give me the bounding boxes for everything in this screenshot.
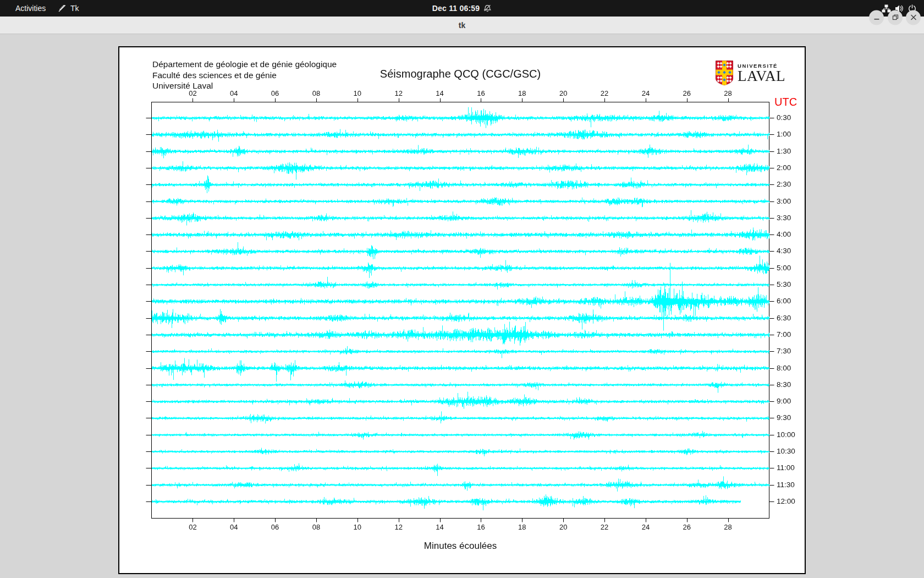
time-tick-label: 10:00 bbox=[777, 430, 795, 439]
universite-laval-logo: UNIVERSITÉ LAVAL bbox=[715, 61, 785, 88]
time-tick-label: 0:30 bbox=[777, 113, 791, 122]
wired-network-icon bbox=[882, 4, 891, 13]
time-tick-label: 10:30 bbox=[777, 447, 795, 455]
x-tick-label-top: 08 bbox=[312, 89, 320, 97]
activities-label: Activities bbox=[15, 4, 46, 13]
time-tick-label: 2:00 bbox=[777, 163, 791, 172]
x-tick-label-top: 14 bbox=[436, 89, 443, 97]
time-tick-label: 4:00 bbox=[777, 230, 791, 238]
tk-feather-icon bbox=[58, 4, 67, 13]
time-tick-label: 11:00 bbox=[777, 464, 795, 472]
x-tick-label-bottom: 22 bbox=[601, 523, 608, 531]
app-indicator-label: Tk bbox=[70, 4, 79, 13]
x-tick-label-bottom: 18 bbox=[518, 523, 526, 531]
app-indicator[interactable]: Tk bbox=[58, 0, 79, 17]
x-tick-label-bottom: 20 bbox=[559, 523, 567, 531]
time-tick-label: 9:30 bbox=[777, 413, 791, 422]
x-tick-label-bottom: 24 bbox=[642, 523, 650, 531]
x-tick-label-bottom: 08 bbox=[312, 523, 320, 531]
time-tick-label: 1:00 bbox=[777, 130, 791, 138]
x-axis-title: Minutes écoulées bbox=[119, 541, 801, 552]
x-tick-label-top: 22 bbox=[601, 89, 608, 97]
x-tick-label-top: 16 bbox=[477, 89, 485, 97]
x-tick-label-bottom: 14 bbox=[436, 523, 443, 531]
time-tick-label: 11:30 bbox=[777, 481, 795, 489]
window-title: tk bbox=[0, 17, 924, 34]
time-tick-label: 8:30 bbox=[777, 380, 791, 389]
x-tick-label-top: 12 bbox=[394, 89, 402, 97]
bell-muted-icon bbox=[483, 4, 492, 13]
figure-title: Séismographe QCQ (CGC/GSC) bbox=[119, 68, 801, 80]
x-tick-label-bottom: 26 bbox=[683, 523, 691, 531]
restore-icon bbox=[892, 13, 899, 23]
x-tick-label-top: 04 bbox=[230, 89, 238, 97]
clock-label: Dec 11 06:59 bbox=[432, 4, 480, 13]
utc-axis-title: UTC bbox=[774, 96, 797, 108]
time-tick-label: 6:30 bbox=[777, 314, 791, 322]
time-tick-label: 9:00 bbox=[777, 397, 791, 405]
x-tick-label-top: 26 bbox=[683, 89, 691, 97]
seismogram-canvas bbox=[119, 47, 805, 573]
close-icon bbox=[910, 13, 917, 23]
time-tick-label: 7:30 bbox=[777, 347, 791, 355]
time-tick-label: 6:00 bbox=[777, 297, 791, 305]
x-tick-label-top: 18 bbox=[518, 89, 526, 97]
laval-shield-icon bbox=[715, 61, 734, 88]
window-title-bar[interactable]: tk bbox=[0, 17, 924, 34]
x-tick-label-top: 06 bbox=[271, 89, 279, 97]
time-tick-label: 4:30 bbox=[777, 247, 791, 255]
time-tick-label: 5:30 bbox=[777, 280, 791, 288]
time-tick-label: 12:00 bbox=[777, 497, 795, 505]
seismograph-figure: Département de géologie et de génie géol… bbox=[118, 46, 806, 574]
time-tick-label: 3:00 bbox=[777, 197, 791, 205]
top-bar: Activities Tk Dec 11 06:59 bbox=[0, 0, 924, 17]
x-tick-label-bottom: 10 bbox=[354, 523, 361, 531]
x-tick-label-bottom: 28 bbox=[724, 523, 732, 531]
time-tick-label: 3:30 bbox=[777, 214, 791, 222]
x-tick-label-bottom: 16 bbox=[477, 523, 485, 531]
x-tick-label-top: 20 bbox=[559, 89, 567, 97]
activities-button[interactable]: Activities bbox=[10, 0, 51, 17]
x-tick-label-top: 10 bbox=[354, 89, 361, 97]
x-tick-label-bottom: 12 bbox=[394, 523, 402, 531]
clock-menu[interactable]: Dec 11 06:59 bbox=[432, 0, 492, 17]
laval-wordmark: UNIVERSITÉ LAVAL bbox=[738, 61, 785, 83]
x-tick-label-top: 02 bbox=[189, 89, 196, 97]
minimize-button[interactable] bbox=[869, 10, 884, 25]
close-button[interactable] bbox=[906, 10, 921, 25]
x-tick-label-bottom: 02 bbox=[189, 523, 196, 531]
time-tick-label: 8:00 bbox=[777, 364, 791, 372]
time-tick-label: 5:00 bbox=[777, 264, 791, 272]
x-tick-label-top: 28 bbox=[724, 89, 732, 97]
restore-button[interactable] bbox=[888, 10, 903, 25]
time-tick-label: 1:30 bbox=[777, 147, 791, 155]
x-tick-label-bottom: 06 bbox=[271, 523, 279, 531]
minimize-icon bbox=[873, 13, 880, 23]
time-tick-label: 7:00 bbox=[777, 330, 791, 339]
time-tick-label: 2:30 bbox=[777, 180, 791, 188]
x-tick-label-bottom: 04 bbox=[230, 523, 238, 531]
x-tick-label-top: 24 bbox=[642, 89, 650, 97]
institution-line-3: Université Laval bbox=[152, 80, 337, 91]
logo-laval-text: LAVAL bbox=[738, 69, 785, 83]
